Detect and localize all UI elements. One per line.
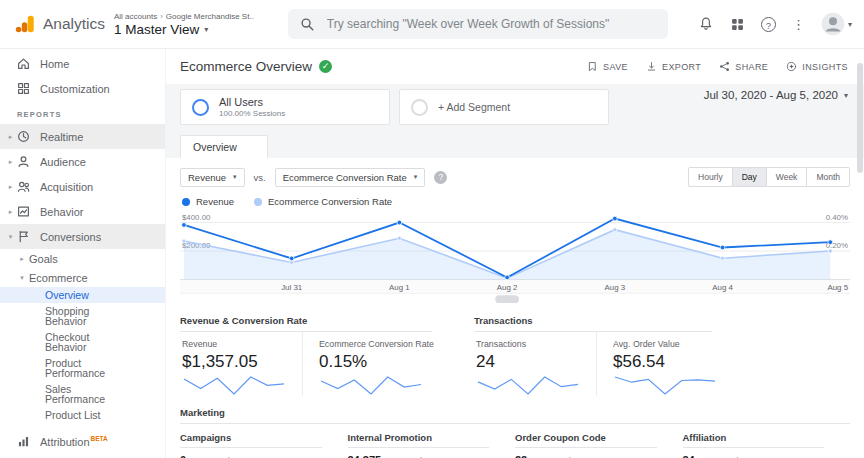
view-selector[interactable]: 1 Master View ▾ [114, 22, 254, 37]
beta-badge: BETA [91, 435, 108, 442]
scorecard-value: $56.54 [613, 352, 717, 372]
granularity-week-button[interactable]: Week [766, 167, 808, 187]
metric-value: 22 [515, 454, 527, 458]
time-series-chart[interactable]: $200.000.20%$400.000.40%Jul 31Aug 1Aug 2… [180, 209, 850, 307]
chevron-down-icon[interactable]: ▾ [5, 233, 16, 241]
granularity-toggle: Hourly Day Week Month [689, 167, 850, 187]
chevron-right-icon[interactable]: ▸ [5, 158, 16, 166]
scorecard-value: 24 [476, 352, 580, 372]
sidebar-item-discover[interactable]: Discover [0, 454, 165, 458]
breadcrumb[interactable]: All accounts › Google Merchandise St.. [114, 12, 254, 21]
column-title: Campaigns [180, 424, 322, 448]
add-segment-button[interactable]: + Add Segment [399, 89, 609, 125]
sidebar-item-ecommerce[interactable]: ▾ Ecommerce [0, 268, 165, 287]
add-segment-label: + Add Segment [438, 101, 510, 113]
search-input[interactable] [325, 16, 656, 32]
sidebar-item-acquisition[interactable]: ▸ Acquisition [0, 174, 165, 199]
sidebar-item-shopping-behavior[interactable]: Shopping Behavior [0, 303, 165, 329]
sidebar-item-product-list[interactable]: Product List [0, 407, 165, 423]
sidebar-item-sales-performance[interactable]: Sales Performance [0, 381, 165, 407]
sidebar-item-conversions[interactable]: ▾ Conversions [0, 224, 165, 249]
sidebar-item-goals[interactable]: ▸ Goals [0, 249, 165, 268]
chevron-down-icon: ▾ [844, 91, 848, 100]
primary-metric-select[interactable]: Revenue ▾ [180, 168, 245, 187]
scorecard-label: Ecommerce Conversion Rate [319, 339, 434, 349]
scorecard-avg-order-value[interactable]: Avg. Order Value $56.54 [596, 332, 733, 396]
notifications-bell-icon[interactable] [698, 16, 714, 32]
granularity-hourly-button[interactable]: Hourly [688, 167, 733, 187]
search-bar[interactable] [288, 9, 668, 39]
date-range-label: Jul 30, 2020 - Aug 5, 2020 [704, 89, 838, 101]
chevron-down-icon[interactable]: ▾ [17, 274, 27, 282]
bookmark-icon [587, 61, 598, 72]
share-button[interactable]: SHARE [719, 61, 768, 72]
sparkline-chart [182, 375, 286, 396]
sidebar-item-customization[interactable]: Customization [0, 76, 165, 101]
sidebar-item-checkout-behavior[interactable]: Checkout Behavior [0, 329, 165, 355]
scorecard-label: Avg. Order Value [613, 339, 717, 349]
account-switcher[interactable]: All accounts › Google Merchandise St.. 1… [114, 12, 254, 37]
vertical-scrollbar[interactable] [857, 63, 863, 173]
chevron-down-icon: ▾ [233, 173, 237, 181]
google-analytics-app: Analytics All accounts › Google Merchand… [0, 0, 864, 458]
save-button[interactable]: SAVE [587, 61, 628, 72]
sidebar-item-label: Product List [45, 410, 100, 420]
apps-grid-icon[interactable] [730, 17, 745, 32]
revenue-conversion-section: Revenue & Conversion Rate Revenue $1,357… [180, 315, 432, 396]
segment-name: All Users [219, 96, 285, 108]
add-segment-ring-icon [411, 99, 428, 116]
insights-button[interactable]: INSIGHTS [786, 61, 848, 72]
chevron-down-icon: ▾ [414, 173, 418, 181]
metric-value: 24,375 [348, 454, 382, 458]
marketing-order-coupon-column[interactable]: Order Coupon Code 22 Transactions $1,309… [515, 424, 683, 458]
chevron-right-icon[interactable]: ▸ [5, 183, 16, 191]
sidebar-item-realtime[interactable]: ▸ Realtime [0, 124, 165, 149]
sidebar-item-attribution[interactable]: AttributionBETA [0, 429, 165, 454]
topbar-icons: ? ⋮ ▾ [698, 12, 864, 36]
breadcrumb-current[interactable]: Google Merchandise St.. [166, 12, 254, 21]
svg-text:Aug 4: Aug 4 [712, 283, 733, 292]
marketing-internal-promotion-column[interactable]: Internal Promotion 24,375 Impressions [348, 424, 516, 458]
sidebar-item-ecommerce-overview[interactable]: Overview [0, 287, 165, 303]
avatar-icon [821, 12, 845, 36]
scorecard-transactions[interactable]: Transactions 24 [474, 332, 596, 396]
breadcrumb-root[interactable]: All accounts [114, 12, 157, 21]
question-mark-glyph: ? [761, 17, 776, 32]
legend-label: Ecommerce Conversion Rate [268, 196, 392, 207]
marketing-affiliation-column[interactable]: Affiliation 24 Transactions $1,357.05 Re… [683, 424, 851, 458]
breadcrumb-separator-icon: › [160, 12, 163, 21]
secondary-metric-label: Ecommerce Conversion Rate [283, 172, 407, 183]
sidebar-item-product-performance[interactable]: Product Performance [0, 355, 165, 381]
date-range-picker[interactable]: Jul 30, 2020 - Aug 5, 2020 ▾ [704, 89, 848, 101]
sidebar-item-audience[interactable]: ▸ Audience [0, 149, 165, 174]
export-button[interactable]: EXPORT [646, 61, 701, 72]
marketing-metric: 24 Transactions [683, 454, 851, 458]
scorecard-conversion-rate[interactable]: Ecommerce Conversion Rate 0.15% [302, 332, 450, 396]
legend-dot-secondary [254, 198, 262, 206]
help-icon[interactable]: ? [761, 17, 776, 32]
scorecard-revenue[interactable]: Revenue $1,357.05 [180, 332, 302, 396]
marketing-campaigns-column[interactable]: Campaigns 0 Transactions $0.00 Revenue $… [180, 424, 348, 458]
granularity-month-button[interactable]: Month [806, 167, 850, 187]
granularity-day-button[interactable]: Day [732, 167, 767, 187]
info-icon[interactable]: ? [434, 171, 447, 184]
account-avatar[interactable]: ▾ [821, 12, 852, 36]
chevron-right-icon[interactable]: ▸ [5, 208, 16, 216]
view-name: 1 Master View [114, 22, 199, 37]
primary-metric-label: Revenue [188, 172, 226, 183]
chevron-right-icon[interactable]: ▸ [17, 255, 27, 263]
secondary-metric-select[interactable]: Ecommerce Conversion Rate ▾ [275, 168, 426, 187]
sidebar-item-home[interactable]: Home [0, 51, 165, 76]
marketing-metric: 0 Transactions [180, 454, 348, 458]
analytics-logo[interactable]: Analytics [0, 13, 110, 35]
main-content: Ecommerce Overview ✓ SAVE EXPORT SHARE [165, 49, 864, 458]
chevron-right-icon[interactable]: ▸ [5, 133, 16, 141]
tab-overview[interactable]: Overview [180, 135, 268, 158]
sidebar-item-behavior[interactable]: ▸ Behavior [0, 199, 165, 224]
more-vert-icon[interactable]: ⋮ [792, 17, 805, 32]
segment-detail: 100.00% Sessions [219, 109, 285, 118]
scorecard-label: Transactions [476, 339, 580, 349]
sparkline-chart [476, 375, 580, 396]
segment-all-users[interactable]: All Users 100.00% Sessions [180, 89, 390, 125]
column-title: Internal Promotion [348, 424, 490, 448]
